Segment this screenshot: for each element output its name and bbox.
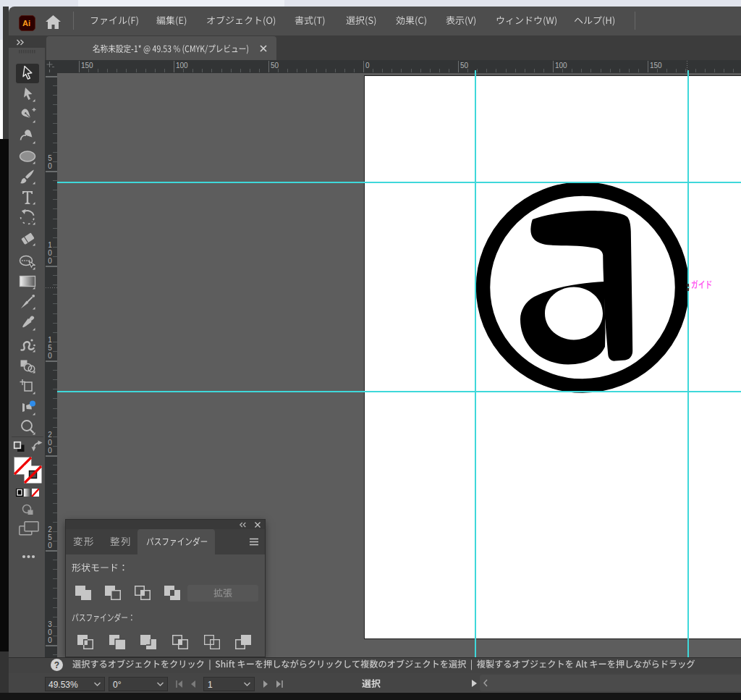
svg-text:Ai: Ai [22, 19, 30, 28]
svg-text:?: ? [54, 660, 59, 670]
